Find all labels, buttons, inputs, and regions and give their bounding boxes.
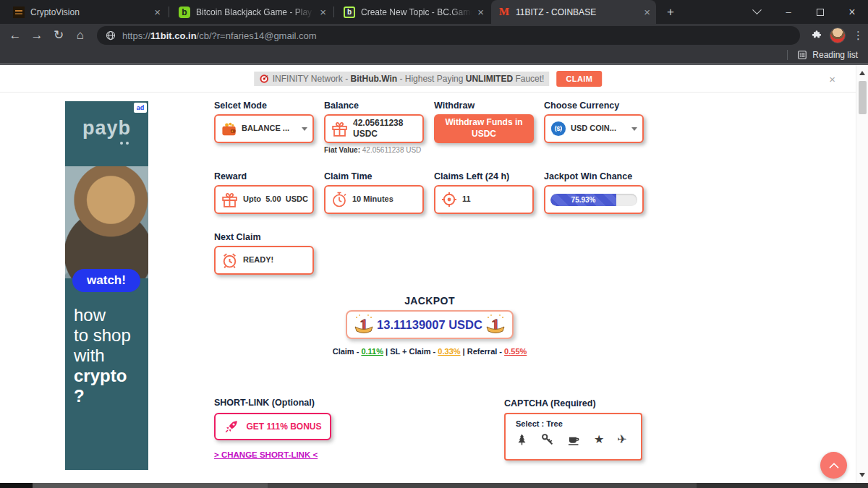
claims-left-field: 11	[434, 185, 534, 214]
window-controls: – ×	[741, 0, 868, 24]
cryptovision-favicon-icon	[13, 7, 25, 18]
next-claim-value: READY!	[243, 255, 273, 265]
reading-list-button[interactable]: Reading list	[787, 46, 858, 63]
forward-button[interactable]: →	[26, 28, 48, 43]
tab-close-icon[interactable]: ×	[320, 7, 326, 17]
select-mode-value: BALANCE ...	[242, 124, 289, 134]
currency-dropdown[interactable]: $ USD COIN...	[544, 114, 644, 143]
currency-value: USD COIN...	[571, 124, 616, 134]
scrollbar-thumb[interactable]	[859, 81, 867, 114]
tab-separator	[333, 7, 334, 17]
svg-text:$: $	[556, 124, 561, 132]
claim-time-label: Claim Time	[324, 171, 372, 181]
new-tab-button[interactable]: +	[663, 4, 678, 20]
change-shortlink-link[interactable]: > CHANGE SHORT-LINK <	[214, 450, 318, 459]
banner-close-icon[interactable]: ×	[829, 73, 835, 85]
usdc-coin-icon: $	[550, 121, 566, 137]
referral-percent: 0.55%	[504, 347, 527, 356]
get-bonus-label: GET 111% BONUS	[246, 421, 321, 432]
balance-field: 42.05611238 USDC	[324, 114, 424, 143]
claim-percent: 0.11%	[361, 347, 383, 356]
sidebar-ad[interactable]: ad payb watch! how to shop with crypto ?	[65, 101, 148, 470]
divider	[0, 92, 856, 93]
extensions-puzzle-icon[interactable]	[811, 30, 822, 41]
tab-close-icon[interactable]: ×	[477, 7, 484, 17]
home-button[interactable]: ⌂	[69, 28, 91, 43]
close-button[interactable]: ×	[836, 0, 868, 24]
rocket-icon	[224, 419, 239, 435]
bottom-strip-segment	[697, 483, 868, 488]
address-bar[interactable]: https://11bit.co.in/cb/?r=nfaries14@gmai…	[97, 26, 800, 45]
url-text: https://11bit.co.in/cb/?r=nfaries14@gmai…	[122, 30, 317, 41]
banner-claim-button[interactable]: CLAIM	[556, 71, 602, 87]
tab-title: CryptoVision	[30, 7, 148, 17]
back-button[interactable]: ←	[4, 28, 26, 43]
scroll-to-top-button[interactable]	[820, 452, 847, 479]
progress-track: 75.93%	[550, 194, 637, 206]
ad-photo	[65, 166, 148, 278]
chevron-down-icon	[631, 127, 637, 131]
reward-value: Upto 5.00 USDC	[243, 194, 308, 205]
page-scrollbar[interactable]	[856, 65, 868, 483]
promo-banner-text[interactable]: INFINITY Network - BitHub.Win - Highest …	[254, 72, 550, 86]
reward-label: Reward	[214, 171, 247, 181]
scrollbar-down-arrow[interactable]	[859, 473, 865, 477]
ad-watch-button[interactable]: watch!	[72, 269, 140, 292]
number-one-medal-icon: 1	[485, 313, 506, 336]
tab-11bitz-active[interactable]: M 11BITZ - COINBASE ×	[491, 0, 656, 24]
browser-menu-kebab-icon[interactable]: ⋮	[853, 29, 864, 42]
gift-icon	[331, 120, 349, 138]
promo-banner: INFINITY Network - BitHub.Win - Highest …	[0, 71, 856, 93]
claims-left-label: Claims Left (24 h)	[434, 171, 509, 181]
jackpot-win-chance-field: 75.93%	[544, 185, 644, 214]
tab-bitcoin-blackjack[interactable]: b Bitcoin Blackjack Game - Play BTC ×	[171, 0, 332, 24]
reload-button[interactable]: ↻	[48, 27, 69, 43]
star-icon[interactable]: ★	[594, 434, 604, 445]
reward-field: Upto 5.00 USDC	[214, 185, 314, 214]
divider	[787, 50, 788, 60]
scrollbar-up-arrow[interactable]	[859, 71, 865, 75]
next-claim-field: READY!	[214, 246, 314, 275]
withdraw-label: Withdraw	[434, 100, 475, 111]
browser-toolbar: ← → ↻ ⌂ https://11bit.co.in/cb/?r=nfarie…	[0, 24, 868, 46]
jackpot-win-chance-label: Jackpot Win Chance	[544, 171, 632, 181]
profile-avatar[interactable]	[830, 27, 846, 43]
number-one-medal-icon: 1	[353, 313, 375, 336]
next-claim-label: Next Claim	[214, 232, 261, 242]
claim-time-value: 10 Minutes	[352, 194, 393, 205]
tab-title: 11BITZ - COINBASE	[516, 7, 638, 17]
gift-icon	[221, 191, 239, 209]
tab-search-chevron-icon[interactable]	[741, 0, 773, 24]
bottom-strip-segment	[0, 483, 33, 488]
reading-list-icon	[797, 50, 807, 60]
bottom-strip-segment	[33, 483, 268, 488]
shortlink-label: SHORT-LINK (Optional)	[214, 398, 315, 408]
select-mode-dropdown[interactable]: BALANCE ...	[214, 114, 314, 143]
chevron-up-icon	[828, 462, 838, 472]
tab-cryptovision[interactable]: CryptoVision ×	[6, 0, 166, 24]
reading-list-label: Reading list	[812, 50, 858, 60]
wallet-icon	[221, 121, 237, 137]
ad-badge: ad	[134, 103, 147, 113]
11bitz-favicon-icon: M	[498, 7, 510, 18]
jackpot-progress-fill: 75.93%	[550, 194, 616, 206]
get-bonus-button[interactable]: GET 111% BONUS	[214, 413, 331, 440]
coffee-cup-icon[interactable]	[567, 434, 581, 446]
tab-title: Bitcoin Blackjack Game - Play BTC	[196, 7, 314, 17]
tab-close-icon[interactable]: ×	[154, 7, 161, 17]
stopwatch-icon	[331, 191, 348, 208]
withdraw-funds-button[interactable]: Withdraw Funds in USDC	[434, 114, 534, 143]
page-content: INFINITY Network - BitHub.Win - Highest …	[0, 65, 856, 483]
key-icon[interactable]	[541, 433, 554, 446]
bottom-edge-strip	[0, 483, 868, 488]
chevron-down-icon	[302, 127, 307, 131]
tree-icon[interactable]	[516, 433, 528, 446]
alarm-clock-icon	[221, 252, 239, 270]
tab-strip: CryptoVision × b Bitcoin Blackjack Game …	[0, 0, 868, 24]
balance-label: Balance	[324, 100, 359, 111]
airplane-icon[interactable]: ✈	[617, 434, 626, 445]
tab-close-icon[interactable]: ×	[644, 7, 650, 17]
restore-button[interactable]	[804, 0, 836, 24]
tab-create-new-topic[interactable]: b Create New Topic - BC.Game For ×	[336, 0, 490, 24]
minimize-button[interactable]: –	[773, 0, 804, 24]
